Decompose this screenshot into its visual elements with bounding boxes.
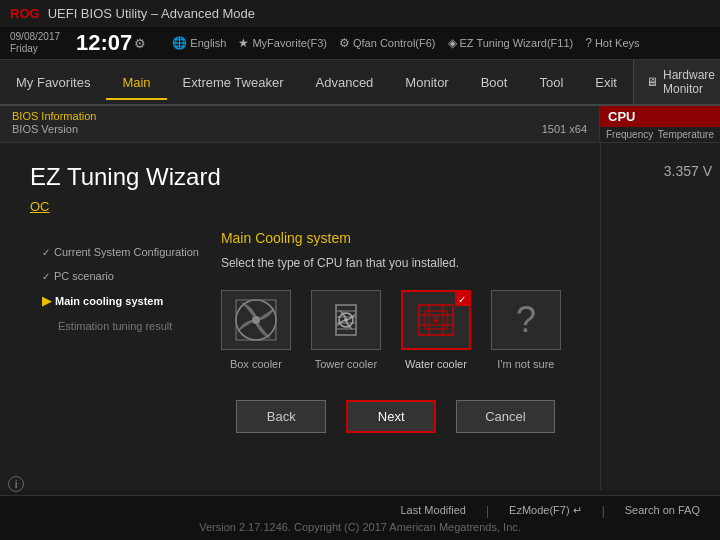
- cancel-button[interactable]: Cancel: [456, 400, 554, 433]
- last-modified-link[interactable]: Last Modified: [401, 504, 466, 518]
- step-check-icon: ✓: [42, 247, 50, 258]
- language-icon: 🌐: [172, 36, 187, 50]
- hw-monitor-button[interactable]: 🖥 Hardware Monitor: [633, 60, 720, 104]
- box-cooler-svg: [231, 297, 281, 343]
- cooler-options: Box cooler: [221, 290, 570, 370]
- box-cooler-label: Box cooler: [230, 358, 282, 370]
- frequency-label: Frequency: [606, 129, 653, 140]
- favorite-icon: ★: [238, 36, 249, 50]
- hotkeys-icon: ?: [585, 36, 592, 50]
- svg-text:#: #: [433, 314, 439, 325]
- step-label-4: Estimation tuning result: [58, 320, 172, 332]
- datetime-display: 09/08/2017 Friday: [10, 31, 60, 55]
- main-layout: EZ Tuning Wizard OC ✓ Current System Con…: [0, 143, 720, 490]
- water-cooler-label: Water cooler: [405, 358, 467, 370]
- eztuning-icon: ◈: [448, 36, 457, 50]
- cooler-tower-option[interactable]: Tower cooler: [311, 290, 381, 370]
- cpu-header: CPU: [600, 106, 720, 127]
- right-panel: 3.357 V: [600, 143, 720, 490]
- shortcut-eztuning[interactable]: ◈ EZ Tuning Wizard(F11): [448, 36, 574, 50]
- monitor-icon: 🖥: [646, 75, 658, 89]
- step-check-icon-2: ✓: [42, 271, 50, 282]
- bios-version-value: 1501 x64: [542, 123, 587, 135]
- qfan-label: Qfan Control(F6): [353, 37, 436, 49]
- bios-info-breadcrumb[interactable]: BIOS Information: [12, 110, 587, 122]
- search-faq-link[interactable]: Search on FAQ: [625, 504, 700, 518]
- step-label-3: Main cooling system: [55, 295, 163, 307]
- ez-mode-icon: ↵: [573, 504, 582, 516]
- day-label: Friday: [10, 43, 60, 55]
- step-label-2: PC scenario: [54, 270, 114, 282]
- step-main-cooling: ▶ Main cooling system: [38, 288, 203, 314]
- selected-corner-indicator: ✓: [455, 292, 469, 306]
- info-bar: 09/08/2017 Friday 12:07 ⚙ 🌐 English ★ My…: [0, 27, 720, 60]
- nav-boot[interactable]: Boot: [465, 67, 524, 98]
- step-label-1: Current System Configuration: [54, 246, 199, 258]
- cooling-section: Main Cooling system Select the type of C…: [211, 230, 570, 433]
- shortcut-myfavorite[interactable]: ★ MyFavorite(F3): [238, 36, 327, 50]
- step-estimation: Estimation tuning result: [38, 314, 203, 338]
- eztuning-label: EZ Tuning Wizard(F11): [460, 37, 574, 49]
- bios-version-label: BIOS Version: [12, 123, 78, 135]
- nav-extreme-tweaker[interactable]: Extreme Tweaker: [167, 67, 300, 98]
- date-label: 09/08/2017: [10, 31, 60, 43]
- tower-cooler-label: Tower cooler: [315, 358, 377, 370]
- next-button[interactable]: Next: [346, 400, 436, 433]
- wizard-buttons: Back Next Cancel: [221, 400, 570, 433]
- temperature-label: Temperature: [658, 129, 714, 140]
- steps-sidebar: ✓ Current System Configuration ✓ PC scen…: [30, 230, 211, 433]
- shortcut-hotkeys[interactable]: ? Hot Keys: [585, 36, 639, 50]
- step-current-config: ✓ Current System Configuration: [38, 240, 203, 264]
- unknown-cooler-icon-box: ?: [491, 290, 561, 350]
- rog-logo: ROG: [10, 6, 40, 21]
- divider-1: |: [486, 504, 489, 518]
- voltage-display: 3.357 V: [601, 143, 720, 183]
- back-button[interactable]: Back: [236, 400, 326, 433]
- nav-bar: My Favorites Main Extreme Tweaker Advanc…: [0, 60, 720, 106]
- box-cooler-icon-box: [221, 290, 291, 350]
- nav-exit[interactable]: Exit: [579, 67, 633, 98]
- wizard-area: EZ Tuning Wizard OC ✓ Current System Con…: [0, 143, 600, 490]
- gear-icon[interactable]: ⚙: [134, 36, 146, 51]
- cooler-unknown-option[interactable]: ? I'm not sure: [491, 290, 561, 370]
- nav-advanced[interactable]: Advanced: [300, 67, 390, 98]
- qfan-icon: ⚙: [339, 36, 350, 50]
- shortcut-list: 🌐 English ★ MyFavorite(F3) ⚙ Qfan Contro…: [172, 36, 710, 50]
- app-title: UEFI BIOS Utility – Advanced Mode: [48, 6, 255, 21]
- tower-cooler-svg: [321, 297, 371, 343]
- ez-mode-link[interactable]: EzMode(F7) ↵: [509, 504, 582, 518]
- info-icon[interactable]: i: [8, 476, 24, 492]
- wizard-tab-oc[interactable]: OC: [30, 199, 570, 214]
- divider-2: |: [602, 504, 605, 518]
- time-display: 12:07: [76, 32, 132, 54]
- section-description: Select the type of CPU fan that you inst…: [221, 256, 570, 270]
- myfavorite-label: MyFavorite(F3): [252, 37, 327, 49]
- tower-cooler-icon-box: [311, 290, 381, 350]
- hotkeys-label: Hot Keys: [595, 37, 640, 49]
- title-bar: ROG UEFI BIOS Utility – Advanced Mode: [0, 0, 720, 27]
- ez-mode-label: EzMode(F7): [509, 504, 570, 516]
- cooler-water-option[interactable]: ✓: [401, 290, 471, 370]
- question-mark-icon: ?: [516, 302, 536, 338]
- step-arrow-icon: ▶: [42, 294, 51, 308]
- nav-monitor[interactable]: Monitor: [389, 67, 464, 98]
- copyright-text: Version 2.17.1246. Copyright (C) 2017 Am…: [199, 521, 521, 533]
- bottom-links: Last Modified | EzMode(F7) ↵ | Search on…: [20, 504, 700, 518]
- shortcut-english[interactable]: 🌐 English: [172, 36, 226, 50]
- english-label: English: [190, 37, 226, 49]
- nav-tool[interactable]: Tool: [523, 67, 579, 98]
- nav-main[interactable]: Main: [106, 67, 166, 100]
- step-pc-scenario: ✓ PC scenario: [38, 264, 203, 288]
- hw-monitor-label: Hardware Monitor: [663, 68, 715, 96]
- shortcut-qfan[interactable]: ⚙ Qfan Control(F6): [339, 36, 436, 50]
- wizard-title: EZ Tuning Wizard: [30, 163, 570, 191]
- water-cooler-svg: #: [411, 297, 461, 343]
- bottom-bar: Last Modified | EzMode(F7) ↵ | Search on…: [0, 495, 720, 540]
- cooler-box-option[interactable]: Box cooler: [221, 290, 291, 370]
- unknown-cooler-label: I'm not sure: [497, 358, 554, 370]
- section-title: Main Cooling system: [221, 230, 570, 246]
- water-cooler-icon-box: ✓: [401, 290, 471, 350]
- nav-my-favorites[interactable]: My Favorites: [0, 67, 106, 98]
